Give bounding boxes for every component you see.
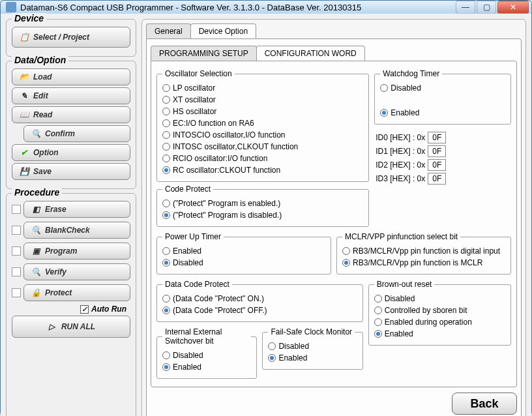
- auto-run-row: ✓ Auto Run: [12, 305, 130, 314]
- device-group-title: Device: [12, 13, 46, 23]
- id0-input[interactable]: [428, 132, 446, 143]
- magnifier-icon: 🔍: [31, 128, 41, 139]
- ies-disabled[interactable]: Disabled: [162, 349, 251, 361]
- erase-checkbox[interactable]: [12, 205, 21, 214]
- osc-xt[interactable]: XT oscillator: [162, 94, 363, 106]
- main-panel: General Device Option PROGRAMMING SETUP …: [141, 19, 526, 416]
- tab-configuration-word[interactable]: CONFIGURATION WORD: [256, 46, 365, 61]
- osc-ec[interactable]: EC:I/O function on RA6: [162, 117, 363, 129]
- ies-enabled[interactable]: Enabled: [162, 361, 251, 373]
- put-disabled[interactable]: Disabled: [162, 257, 325, 269]
- id1-row: ID1 [HEX] : 0x: [376, 145, 510, 157]
- option-button[interactable]: ✔ Option: [12, 144, 130, 161]
- minimize-button[interactable]: —: [456, 1, 475, 14]
- osc-lp[interactable]: LP oscillator: [162, 82, 363, 94]
- app-window: Dataman-S6 Compact USB Programmer - Soft…: [0, 0, 532, 416]
- save-label: Save: [33, 167, 52, 176]
- id0-row: ID0 [HEX] : 0x: [376, 132, 510, 143]
- code-protect-disabled[interactable]: ("Protect" Program is disabled.): [162, 209, 363, 221]
- client-area: Device 📋 Select / Project Data/Option 📂 …: [1, 14, 531, 416]
- procedure-group: Procedure ◧ Erase 🔍 BlankCheck ▣ Program: [6, 193, 136, 416]
- bor-legend: Brown-out reset: [374, 280, 435, 289]
- verify-label: Verify: [45, 267, 66, 276]
- play-icon: ▷: [47, 321, 57, 332]
- bor-during[interactable]: Enabled during operation: [374, 316, 505, 328]
- select-project-label: Select / Project: [33, 33, 89, 42]
- code-protect-enabled[interactable]: ("Protect" Program is enabled.): [162, 198, 363, 209]
- blankcheck-label: BlankCheck: [45, 226, 90, 235]
- auto-run-label: Auto Run: [91, 305, 126, 314]
- back-button[interactable]: Back: [452, 393, 517, 415]
- id2-input[interactable]: [428, 159, 446, 171]
- folder-open-icon: 📂: [19, 72, 29, 82]
- tab-programming-setup[interactable]: PROGRAMMING SETUP: [151, 46, 257, 61]
- id3-input[interactable]: [428, 173, 446, 185]
- osc-rcio[interactable]: RCIO oscillator:I/O function: [162, 153, 363, 164]
- book-icon: 📖: [19, 110, 29, 120]
- magnifier-icon: 🔍: [31, 267, 41, 277]
- program-checkbox[interactable]: [12, 246, 21, 256]
- power-up-timer-group: Power Up Timer Enabled Disabled: [156, 232, 331, 275]
- program-button[interactable]: ▣ Program: [23, 243, 130, 260]
- maximize-button[interactable]: ▢: [477, 1, 496, 14]
- verify-checkbox[interactable]: [12, 267, 21, 276]
- procedure-title: Procedure: [12, 187, 62, 198]
- fscm-enabled[interactable]: Enabled: [268, 352, 357, 364]
- id1-input[interactable]: [428, 145, 446, 157]
- dcp-off[interactable]: (Data Code "Protect" OFF.): [162, 305, 357, 316]
- confirm-button[interactable]: 🔍 Confirm: [23, 125, 130, 142]
- protect-checkbox[interactable]: [12, 288, 21, 297]
- select-project-button[interactable]: 📋 Select / Project: [12, 27, 130, 48]
- put-enabled[interactable]: Enabled: [162, 245, 325, 257]
- auto-run-checkbox[interactable]: ✓: [80, 305, 89, 314]
- bor-sboren[interactable]: Controlled by sboren bit: [374, 305, 505, 316]
- erase-button[interactable]: ◧ Erase: [23, 201, 130, 218]
- mclr-group: MCLR/VPP pinfunction select bit RB3/MCLR…: [336, 232, 511, 275]
- titlebar[interactable]: Dataman-S6 Compact USB Programmer - Soft…: [1, 1, 531, 14]
- top-tabs: General Device Option: [146, 23, 522, 38]
- save-button[interactable]: 💾 Save: [12, 163, 130, 180]
- mclr-mclr[interactable]: RB3/MCLR/Vpp pin function is MCLR: [342, 257, 505, 269]
- window-buttons: — ▢ ✕: [456, 1, 529, 14]
- run-all-button[interactable]: ▷ RUN ALL: [12, 316, 130, 338]
- load-button[interactable]: 📂 Load: [12, 68, 130, 85]
- dcp-on[interactable]: (Data Code "Protect" ON.): [162, 293, 357, 305]
- option-label: Option: [33, 148, 59, 157]
- fscm-disabled[interactable]: Disabled: [268, 340, 357, 352]
- close-button[interactable]: ✕: [497, 1, 529, 14]
- osc-intoscio[interactable]: INTOSCIO oscillator,I/O function: [162, 129, 363, 141]
- oscillator-legend: Oscillator Selection: [162, 69, 235, 78]
- disk-icon: 💾: [19, 166, 29, 177]
- watchdog-group: Watchdog Timer Disabled Enabled: [374, 69, 511, 125]
- read-button[interactable]: 📖 Read: [12, 106, 130, 123]
- confirm-label: Confirm: [45, 129, 75, 138]
- mclr-digital[interactable]: RB3/MCLR/Vpp pin function is digital inp…: [342, 245, 505, 257]
- watchdog-enabled[interactable]: Enabled: [380, 107, 505, 119]
- id2-row: ID2 [HEX] : 0x: [376, 159, 510, 171]
- ies-legend: Internal External Switchover bit: [162, 327, 251, 346]
- bor-disabled[interactable]: Disabled: [374, 293, 505, 305]
- verify-button[interactable]: 🔍 Verify: [23, 263, 130, 280]
- osc-intosc[interactable]: INTOSC oscillator,CLKOUT function: [162, 141, 363, 153]
- tab-general[interactable]: General: [146, 23, 191, 38]
- dcp-legend: Data Code Protect: [162, 280, 232, 289]
- protect-button[interactable]: 🔒 Protect: [23, 284, 130, 301]
- fscm-group: Fail-Safe Clock Monitor Disabled Enabled: [262, 327, 362, 370]
- ies-group: Internal External Switchover bit Disable…: [156, 327, 257, 379]
- edit-button[interactable]: ✎ Edit: [12, 87, 130, 104]
- bor-enabled[interactable]: Enabled: [374, 328, 505, 340]
- id3-row: ID3 [HEX] : 0x: [376, 173, 510, 185]
- watchdog-disabled[interactable]: Disabled: [380, 82, 505, 94]
- blankcheck-checkbox[interactable]: [12, 226, 21, 235]
- configuration-word-panel: Oscillator Selection LP oscillator XT os…: [151, 61, 517, 387]
- erase-label: Erase: [45, 205, 66, 214]
- sidebar: Device 📋 Select / Project Data/Option 📂 …: [6, 19, 136, 416]
- blankcheck-button[interactable]: 🔍 BlankCheck: [23, 222, 130, 239]
- tab-device-option[interactable]: Device Option: [190, 23, 256, 38]
- lock-icon: 🔒: [31, 288, 41, 298]
- osc-rc[interactable]: RC oscillator:CLKOUT function: [162, 164, 363, 176]
- oscillator-selection-group: Oscillator Selection LP oscillator XT os…: [156, 69, 369, 182]
- osc-hs[interactable]: HS oscillator: [162, 106, 363, 117]
- brown-out-reset-group: Brown-out reset Disabled Controlled by s…: [368, 280, 511, 346]
- device-option-body: PROGRAMMING SETUP CONFIGURATION WORD Osc…: [146, 38, 522, 416]
